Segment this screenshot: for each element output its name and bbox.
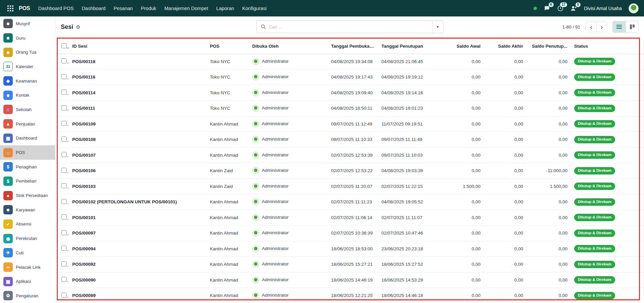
pos-name: Toko NYC [206, 69, 249, 85]
sidebar-item-orang-tua[interactable]: ☻Orang Tua [0, 45, 55, 59]
status-cell: Ditutup & Direkam [571, 194, 644, 210]
row-checkbox[interactable] [61, 183, 66, 188]
opened-by-cell: Administrator [249, 241, 328, 257]
table-row[interactable]: POS/00118Toko NYCAdministrator04/08/2025… [55, 54, 644, 69]
user-name: Administrator [262, 293, 289, 298]
sidebar-item-pos[interactable]: ⌂POS [0, 145, 55, 160]
sidebar-item-kalender[interactable]: 31Kalender [0, 59, 55, 74]
saldo-awal: 0,00 [433, 241, 484, 257]
row-checkbox[interactable] [61, 152, 66, 157]
table-row[interactable]: POS/00108Kantin AhmadAdministrator09/07/… [55, 132, 644, 148]
column-header-status[interactable]: Status [571, 39, 644, 54]
row-checkbox[interactable] [61, 246, 66, 251]
company-switcher[interactable]: Divisi Amal Usaha [584, 6, 622, 11]
sidebar-item-aplikasi[interactable]: ▦Aplikasi [0, 274, 55, 289]
sidebar-item-cuti[interactable]: ✈Cuti [0, 246, 55, 260]
column-header-tanggal-pembukaan[interactable]: Tanggal Pembukaan [328, 39, 378, 54]
sidebar-item-guru[interactable]: ☻Guru [0, 31, 55, 45]
row-checkbox[interactable] [61, 230, 66, 235]
sidebar-item-pembelian[interactable]: $Pembelian [0, 174, 55, 189]
row-checkbox[interactable] [61, 214, 66, 219]
sidebar-item-absensi[interactable]: ✓Absensi [0, 217, 55, 232]
table-row[interactable]: POS/00116Toko NYCAdministrator04/08/2025… [55, 69, 644, 85]
apps-grid-icon[interactable] [5, 0, 16, 16]
status-badge: Ditutup & Direkam [574, 198, 615, 206]
user-avatar-menu[interactable] [629, 3, 639, 13]
user-invite-icon[interactable]: 5 [570, 5, 577, 12]
actions-gear-icon[interactable]: ⚙ [76, 24, 80, 30]
row-checkbox[interactable] [61, 277, 66, 282]
absensi-icon: ✓ [3, 219, 13, 229]
activities-clock-icon[interactable]: 17 [557, 5, 564, 12]
column-header-saldo-awal[interactable]: Saldo Awal [433, 39, 484, 54]
session-id: POS/00089 [69, 288, 206, 303]
pager-next-icon[interactable]: › [596, 22, 607, 32]
table-row[interactable]: POS/00109Kantin AhmadAdministrator09/07/… [55, 116, 644, 132]
sidebar-item-pengaturan[interactable]: ⚙Pengaturan [0, 289, 55, 303]
penagihan-icon: $ [3, 162, 13, 171]
sidebar-item-musyrif[interactable]: ☻Musyrif [0, 16, 55, 31]
table-row[interactable]: POS/00097Kantin AhmadAdministrator02/07/… [55, 225, 644, 241]
app-brand[interactable]: POS [19, 5, 30, 11]
row-checkbox[interactable] [61, 105, 66, 110]
sidebar-item-keamanan[interactable]: ◆Keamanan [0, 74, 55, 88]
sidebar-item-label: Perekrutan [16, 236, 37, 241]
row-checkbox[interactable] [61, 121, 66, 126]
sidebar-item-perekrutan[interactable]: ◉Perekrutan [0, 231, 55, 246]
table-row[interactable]: POS/00090Kantin AhmadAdministrator18/06/… [55, 272, 644, 288]
row-select-cell [55, 194, 69, 210]
column-header-id-sesi[interactable]: ID Sesi [69, 39, 206, 54]
sidebar-item-sekolah[interactable]: ⌂Sekolah [0, 102, 55, 117]
column-header-saldo-penutup[interactable]: Saldo Penutup... [526, 39, 571, 54]
sidebar-item-kontak[interactable]: ☻Kontak [0, 88, 55, 102]
sidebar-item-label: Penagihan [16, 164, 37, 169]
saldo-penutup: -11.000,00 [526, 163, 571, 179]
session-id: POS/00101 [69, 210, 206, 225]
kanban-view-button[interactable] [626, 21, 638, 32]
row-checkbox[interactable] [61, 137, 66, 142]
table-row[interactable]: POS/00102 (PERTOLONGAN UNTUK POS/00101)K… [55, 194, 644, 210]
sidebar-item-label: Kalender [16, 64, 33, 69]
online-status-dot [534, 7, 537, 10]
sidebar-item-penagihan[interactable]: $Penagihan [0, 160, 55, 174]
sidebar-item-penjualan[interactable]: ▲Penjualan [0, 117, 55, 131]
messages-icon[interactable]: 6 [544, 5, 550, 12]
column-header-saldo-akhir[interactable]: Saldo Akhir [484, 39, 526, 54]
row-checkbox[interactable] [61, 90, 66, 95]
table-row[interactable]: POS/00107Kantin AhmadAdministrator02/07/… [55, 147, 644, 163]
table-row[interactable]: POS/00092Kantin AhmadAdministrator18/06/… [55, 257, 644, 272]
row-checkbox[interactable] [61, 293, 66, 298]
nav-menu-produk[interactable]: Produk [137, 0, 160, 16]
column-header-pos[interactable]: POS [206, 39, 249, 54]
search-input[interactable] [269, 21, 432, 33]
column-header-tanggal-penutupan[interactable]: Tanggal Penutupan [378, 39, 433, 54]
table-row[interactable]: POS/00089Kantin AhmadAdministrator18/06/… [55, 288, 644, 303]
pager-previous-icon[interactable]: ‹ [586, 22, 596, 32]
table-row[interactable]: POS/00101Kantin AhmadAdministrator02/07/… [55, 210, 644, 225]
status-badge: Ditutup & Direkam [574, 89, 615, 96]
sidebar-item-dashboard[interactable]: ▦Dashboard [0, 131, 55, 146]
row-checkbox[interactable] [61, 74, 66, 79]
table-row[interactable]: POS/00106Kantin ZaidAdministrator02/07/2… [55, 163, 644, 179]
nav-menu-laporan[interactable]: Laporan [212, 0, 238, 16]
table-row[interactable]: POS/00111Toko NYCAdministrator04/08/2025… [55, 101, 644, 116]
table-row[interactable]: POS/00094Kantin AhmadAdministrator18/06/… [55, 241, 644, 257]
list-view-button[interactable] [613, 21, 626, 32]
row-checkbox[interactable] [61, 168, 66, 173]
nav-menu-dashboard[interactable]: Dashboard [78, 0, 109, 16]
nav-menu-konfigurasi[interactable]: Konfigurasi [238, 0, 271, 16]
search-dropdown-caret-icon[interactable]: ▾ [432, 21, 443, 33]
sidebar-item-stok-persediaan[interactable]: ●Stok Persediaan [0, 188, 55, 203]
row-checkbox[interactable] [61, 58, 66, 63]
nav-menu-manajemen-dompet[interactable]: Manajemen Dompet [160, 0, 213, 16]
row-checkbox[interactable] [61, 261, 66, 266]
column-header-dibuka-oleh[interactable]: Dibuka Oleh [249, 39, 328, 54]
sidebar-item-karyawan[interactable]: ☻Karyawan [0, 203, 55, 217]
table-row[interactable]: POS/00103Kantin ZaidAdministrator02/07/2… [55, 179, 644, 194]
nav-menu-dashboard-pos[interactable]: Dashboard POS [34, 0, 78, 16]
table-row[interactable]: POS/00114Toko NYCAdministrator04/08/2025… [55, 85, 644, 101]
row-checkbox[interactable] [61, 199, 66, 204]
nav-menu-pesanan[interactable]: Pesanan [109, 0, 137, 16]
select-all-checkbox[interactable] [61, 43, 66, 48]
sidebar-item-pelacak-link[interactable]: ∞Pelacak Link [0, 260, 55, 274]
